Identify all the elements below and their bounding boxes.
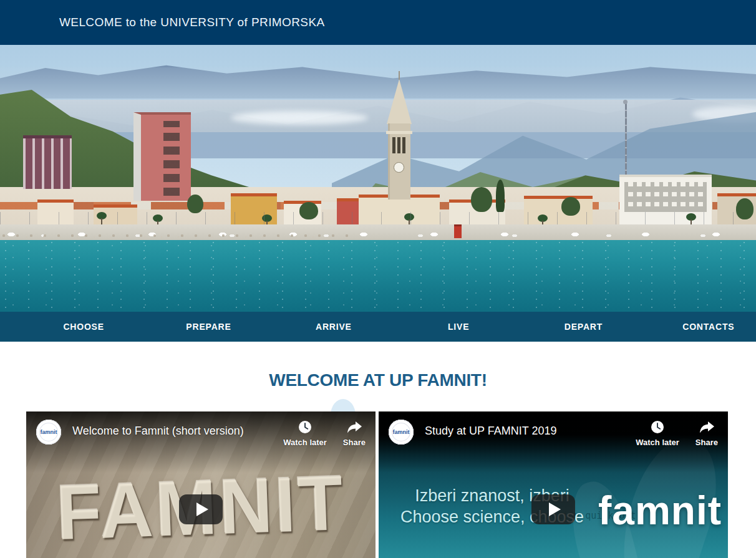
share-icon xyxy=(699,420,715,435)
nav-item-live[interactable]: LIVE xyxy=(396,312,521,342)
clock-icon xyxy=(298,420,313,435)
maroon-tower-building xyxy=(23,135,72,189)
main-nav: CHOOSE PREPARE ARRIVE LIVE DEPART CONTAC… xyxy=(0,312,756,342)
play-button[interactable] xyxy=(531,494,575,524)
nav-item-prepare[interactable]: PREPARE xyxy=(146,312,271,342)
site-header: WELCOME to the UNIVERSITY of PRIMORSKA xyxy=(0,0,756,45)
hero-escarpment xyxy=(0,100,756,132)
page-title: WELCOME AT UP FAMNIT! xyxy=(0,370,756,390)
hero-sea xyxy=(0,240,756,312)
tower-clock xyxy=(394,162,404,173)
tree xyxy=(471,187,492,212)
share-button[interactable]: Share xyxy=(343,420,366,447)
breakwater xyxy=(0,232,349,239)
famnit-brand-wordmark: famnit xyxy=(598,488,722,534)
nav-item-depart[interactable]: DEPART xyxy=(521,312,646,342)
share-button[interactable]: Share xyxy=(695,420,718,447)
play-button[interactable] xyxy=(179,494,223,524)
video-title-link[interactable]: Study at UP FAMNIT 2019 xyxy=(425,425,628,438)
channel-avatar[interactable]: famnit xyxy=(36,420,61,445)
clock-icon xyxy=(650,420,665,435)
watch-later-button[interactable]: Watch later xyxy=(636,420,679,447)
play-icon xyxy=(196,503,208,516)
tree xyxy=(187,195,203,213)
share-icon xyxy=(346,420,362,435)
watch-later-button[interactable]: Watch later xyxy=(283,420,327,447)
video-embed-study-at-famnit[interactable]: function quicksort for each x in arr if … xyxy=(379,411,728,558)
nav-item-choose[interactable]: CHOOSE xyxy=(21,312,146,342)
boat-masts xyxy=(0,212,756,226)
site-title: WELCOME to the UNIVERSITY of PRIMORSKA xyxy=(59,16,325,29)
bell-tower xyxy=(388,123,410,200)
video-embed-welcome-to-famnit[interactable]: FAMNIT famnit Welcome to Famnit (short v… xyxy=(26,411,376,558)
welcome-section: WELCOME AT UP FAMNIT! FAMNIT famnit Welc… xyxy=(0,342,756,390)
nav-item-contacts[interactable]: CONTACTS xyxy=(646,312,756,342)
hero-image xyxy=(0,45,756,312)
play-icon xyxy=(549,503,561,516)
video-title-link[interactable]: Welcome to Famnit (short version) xyxy=(72,425,276,438)
antenna-mast xyxy=(625,102,627,177)
channel-avatar[interactable]: famnit xyxy=(389,420,414,445)
nav-item-arrive[interactable]: ARRIVE xyxy=(271,312,396,342)
cypress-tree xyxy=(496,180,505,212)
pink-tower-building xyxy=(133,112,191,201)
